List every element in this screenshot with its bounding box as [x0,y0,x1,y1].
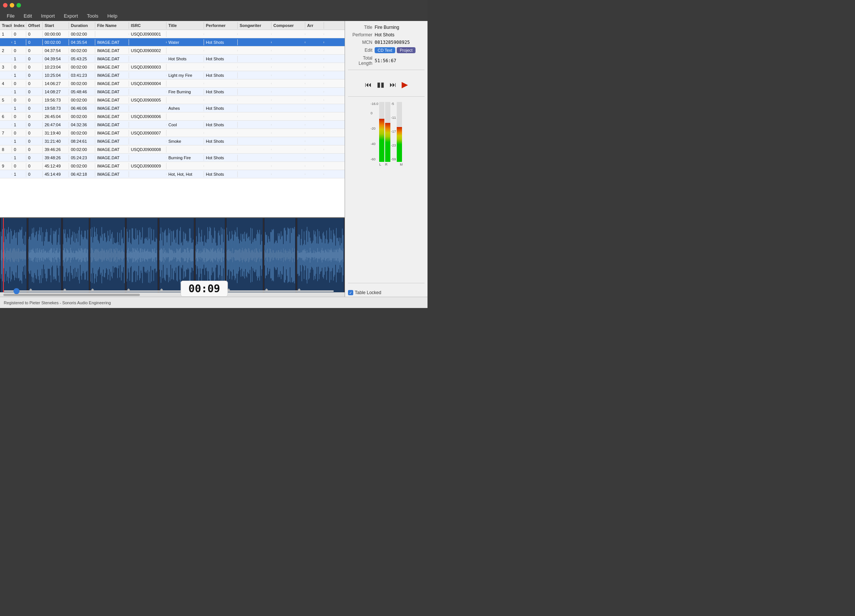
maximize-button[interactable] [17,3,21,8]
table-cell: 1 [12,89,26,95]
table-cell [238,124,271,125]
close-button[interactable] [3,3,8,8]
table-locked-row[interactable]: ✓ Table Locked [348,289,424,297]
table-cell: 0 [26,113,43,119]
table-cell: Hot Shots [204,72,238,78]
table-cell: 4 [0,81,12,87]
table-cell: 3 [0,64,12,70]
table-cell [0,107,12,109]
transport-controls: ⏮ ▮▮ ⏭ ▶ [348,77,424,93]
table-cell [238,50,271,51]
table-row[interactable]: 30010:23:0400:02:00IMAGE.DATUSQDJ0900003 [0,63,345,71]
table-row[interactable]: 1026:47:0404:32:36IMAGE.DATCoolHot Shots [0,121,345,129]
table-cell: 00:02:00 [69,97,95,103]
col-isrc: ISRC [129,22,167,29]
table-cell [305,58,324,60]
table-row[interactable]: 1019:58:7306:46:06IMAGE.DATAshesHot Shot… [0,104,345,112]
table-cell: 00:02:00 [69,130,95,136]
fast-forward-button[interactable]: ⏭ [389,80,397,90]
pause-button[interactable]: ▮▮ [376,80,385,90]
table-cell [238,99,271,101]
table-cell: Hot Shots [204,171,238,177]
table-cell: IMAGE.DAT [95,147,129,153]
table-cell: IMAGE.DAT [95,155,129,161]
table-cell: 31:19:40 [43,130,69,136]
table-row[interactable]: 1031:21:4008:24:61IMAGE.DATSmokeHot Shot… [0,137,345,145]
table-cell: Hot Shots [204,56,238,62]
table-cell: 06:46:06 [69,105,95,111]
table-cell [204,165,238,167]
play-button[interactable]: ▶ [401,79,409,90]
table-cell [238,41,271,43]
table-cell: Hot, Hot, Hot [167,171,204,177]
table-cell: 00:02:00 [69,47,95,53]
project-button[interactable]: Project [397,47,415,53]
total-length-row: Total Length 51:56:67 [348,55,424,66]
menubar: FileEditImportExportToolsHelp [0,11,428,21]
table-row[interactable]: 1010:25:0403:41:23IMAGE.DATLight my Fire… [0,71,345,79]
table-cell [305,157,324,159]
table-row[interactable]: 50019:56:7300:02:00IMAGE.DATUSQDJ0900005 [0,96,345,104]
table-cell: 39:46:26 [43,147,69,153]
divider-2 [348,96,424,97]
table-body[interactable]: 10000:00:0000:02:00USQDJ09000011000:02:0… [0,30,345,217]
table-cell [129,141,167,142]
menu-item-help[interactable]: Help [104,12,121,20]
table-cell: 10:25:04 [43,72,69,78]
slider-track[interactable] [4,290,334,292]
table-cell: 2 [0,47,12,53]
table-row[interactable]: 40014:06:2700:02:00IMAGE.DATUSQDJ0900004 [0,79,345,88]
table-cell [271,149,305,150]
cd-text-button[interactable]: CD Text [375,47,395,53]
table-row[interactable]: 80039:46:2600:02:00IMAGE.DATUSQDJ0900008 [0,145,345,154]
menu-item-edit[interactable]: Edit [20,12,35,20]
table-row[interactable]: 1004:39:5405:43:25IMAGE.DATHot ShotsHot … [0,55,345,63]
table-cell: 03:41:23 [69,72,95,78]
table-row[interactable]: 10000:00:0000:02:00USQDJ0900001 [0,30,345,38]
table-row[interactable]: 1045:14:4906:42:18IMAGE.DATHot, Hot, Hot… [0,170,345,178]
table-cell [271,107,305,109]
table-cell: 04:35:54 [69,39,95,45]
table-cell: IMAGE.DAT [95,138,129,144]
menu-item-file[interactable]: File [3,12,18,20]
table-row[interactable]: 60026:45:0400:02:00IMAGE.DATUSQDJ0900006 [0,112,345,121]
table-cell: IMAGE.DAT [95,122,129,128]
table-cell [238,149,271,150]
waveform[interactable] [0,217,345,292]
table-cell [305,66,324,68]
table-row[interactable]: 70031:19:4000:02:00IMAGE.DATUSQDJ0900007 [0,129,345,137]
table-cell: Hot Shots [204,138,238,144]
table-cell: 14:08:27 [43,89,69,95]
track-table: Track Index Offset Start Duration File N… [0,21,345,217]
vu-scale-left: -16.0 0 -20 -40 -60 [371,102,378,162]
table-cell [167,149,204,150]
rewind-button[interactable]: ⏮ [364,80,372,90]
table-row[interactable]: 20004:37:5400:02:00IMAGE.DATUSQDJ0900002 [0,46,345,55]
registration-text: Registered to Pieter Stenekes - Sonoris … [4,301,111,305]
table-cell [271,66,305,68]
menu-item-tools[interactable]: Tools [83,12,102,20]
table-cell [305,41,324,43]
table-cell [271,116,305,117]
menu-item-export[interactable]: Export [60,12,82,20]
col-composer: Composer [271,22,305,29]
table-cell [167,132,204,134]
table-cell: 0 [26,81,43,87]
table-cell: 45:12:49 [43,163,69,169]
vu-m-bar-group [397,102,402,162]
minimize-button[interactable] [10,3,14,8]
table-row[interactable]: 1014:08:2705:48:46IMAGE.DATFire BurningH… [0,88,345,96]
table-row[interactable]: 90045:12:4900:02:00IMAGE.DATUSQDJ0900009 [0,162,345,170]
slider-thumb[interactable] [14,288,20,294]
table-cell [0,141,12,142]
table-cell: 0 [26,56,43,62]
table-cell: 1 [12,105,26,111]
table-cell [204,132,238,134]
table-cell: 08:24:61 [69,138,95,144]
table-cell: IMAGE.DAT [95,72,129,78]
table-row[interactable]: 1039:48:2605:24:23IMAGE.DATBurning FireH… [0,154,345,162]
playhead-slider[interactable] [0,286,337,297]
menu-item-import[interactable]: Import [37,12,58,20]
table-row[interactable]: 1000:02:0004:35:54IMAGE.DATWaterHot Shot… [0,38,345,46]
table-locked-checkbox[interactable]: ✓ [348,290,353,295]
